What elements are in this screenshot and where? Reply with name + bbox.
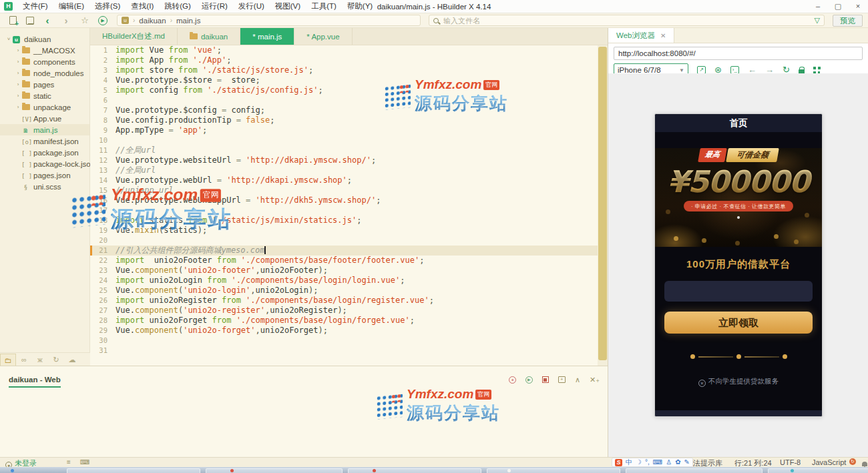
console-logs[interactable]: [0, 389, 608, 394]
minimize-button[interactable]: –: [808, 0, 828, 13]
carousel-indicator[interactable]: [737, 216, 740, 219]
banner-carousel[interactable]: 最高 可借金额 ¥500000 · 申请必过 · 不查征信 · 让借款更简单: [655, 148, 822, 247]
terminal-icon[interactable]: ⌨: [80, 458, 89, 466]
sidebar-item-node_modules[interactable]: ›node_modules: [0, 67, 89, 79]
menu-item[interactable]: 文件(F): [18, 0, 53, 13]
line-number: 2: [90, 55, 110, 65]
new-file-icon[interactable]: [9, 16, 17, 25]
scrollbar-thumb[interactable]: [598, 47, 607, 360]
bell-icon[interactable]: [862, 462, 867, 466]
save-icon[interactable]: [26, 17, 34, 25]
ime-skin-icon[interactable]: ✿: [675, 458, 680, 466]
breadcrumb-project[interactable]: daikuan: [139, 17, 166, 25]
sidebar-item-static[interactable]: ›static: [0, 90, 89, 101]
editor-tab-main.js[interactable]: * main.js: [240, 28, 294, 45]
taskbar-button[interactable]: [206, 468, 343, 473]
search-view-icon[interactable]: ∞: [16, 354, 32, 366]
console-tab[interactable]: daikuan - Web: [9, 376, 61, 388]
cloud-view-icon[interactable]: ☁: [64, 354, 80, 366]
menu-item[interactable]: 视图(V): [270, 0, 305, 13]
menu-item[interactable]: 运行(R): [197, 0, 232, 13]
sidebar-item-pages[interactable]: ›pages: [0, 79, 89, 90]
close-console-icon[interactable]: ✕₊: [590, 376, 600, 384]
encoding-indicator[interactable]: UTF-8: [780, 458, 801, 466]
sidebar-item-package-lock.json[interactable]: [ ]package-lock.json: [0, 158, 89, 169]
close-tab-icon[interactable]: ✕: [660, 32, 666, 39]
menu-item[interactable]: 发行(U): [234, 0, 269, 13]
language-indicator[interactable]: JavaScript: [812, 458, 846, 466]
sidebar-item-manifest.json[interactable]: [o]manifest.json: [0, 135, 89, 147]
file-type-icon: [o]: [21, 139, 32, 145]
sidebar-item-pages.json[interactable]: [ ]pages.json: [0, 169, 89, 181]
browser-tab[interactable]: Web浏览器 ✕: [608, 28, 674, 43]
menu-item[interactable]: 编辑(E): [54, 0, 89, 13]
ime-moon-icon[interactable]: ☽: [636, 458, 642, 466]
url-input[interactable]: [614, 47, 863, 60]
sogou-logo-icon[interactable]: S: [615, 459, 622, 466]
close-button[interactable]: ×: [848, 0, 868, 13]
menu-item[interactable]: 帮助(Y): [343, 0, 377, 13]
ime-chinese-mode[interactable]: 中: [626, 458, 632, 466]
sidebar-item-uni.scss[interactable]: §uni.scss: [0, 181, 89, 192]
start-button[interactable]: [11, 469, 14, 472]
menu-item[interactable]: 选择(S): [90, 0, 125, 13]
code-line-1: 1import Vue from 'vue';: [90, 45, 608, 55]
update-icon[interactable]: ↻: [849, 458, 856, 465]
export-log-icon[interactable]: +: [558, 376, 566, 383]
menu-item[interactable]: 查找(I): [126, 0, 158, 13]
files-view-icon[interactable]: 🗀: [0, 354, 16, 366]
sidebar-item-unpackage[interactable]: ›unpackage: [0, 101, 89, 113]
forward-icon[interactable]: ›: [61, 16, 71, 25]
outline-list-icon[interactable]: ≡: [67, 458, 71, 466]
editor-scrollbar[interactable]: [598, 45, 608, 366]
line-number: 27: [90, 306, 110, 316]
taskbar-button[interactable]: [626, 468, 763, 473]
qrcode-icon[interactable]: [813, 67, 821, 74]
star-icon[interactable]: ☆: [79, 15, 90, 25]
ime-wrench-icon[interactable]: ✎: [684, 458, 690, 466]
refresh-view-icon[interactable]: ↻: [48, 354, 64, 366]
sidebar-item-__macosx[interactable]: ›__MACOSX: [0, 45, 89, 56]
editor-tab-daikuan[interactable]: daikuan: [178, 28, 240, 45]
code-text: Vue.prototype.$store = store;: [110, 75, 260, 85]
back-icon[interactable]: ‹: [42, 16, 53, 25]
debug-icon[interactable]: ⏸: [509, 376, 516, 384]
ime-keyboard-icon[interactable]: ⌨: [653, 458, 662, 466]
sidebar-item-package.json[interactable]: [ ]package.json: [0, 147, 89, 158]
taskbar-button[interactable]: [348, 468, 481, 473]
url-bar: [608, 43, 868, 62]
minimap[interactable]: [564, 47, 596, 140]
breadcrumb-file[interactable]: main.js: [176, 17, 200, 25]
collapse-icon[interactable]: ∧: [575, 376, 580, 384]
code-line-30: 30: [90, 336, 608, 346]
code-area[interactable]: 1import Vue from 'vue';2import App from …: [90, 45, 608, 366]
bug-view-icon[interactable]: ж: [32, 354, 48, 366]
sidebar-footer: 🗀 ∞ ж ↻ ☁: [0, 352, 90, 366]
sidebar-item-app.vue[interactable]: [V]App.vue: [0, 113, 89, 124]
search-input[interactable]: [443, 17, 815, 25]
stop-icon[interactable]: [542, 376, 549, 383]
sidebar-item-daikuan[interactable]: ˅udaikuan: [0, 33, 89, 45]
claim-button[interactable]: 立即领取: [664, 312, 813, 334]
restart-icon[interactable]: ▶: [525, 376, 533, 384]
code-text: import config from './static/js/config.j…: [110, 85, 323, 95]
taskbar-button[interactable]: [768, 468, 868, 473]
menu-item[interactable]: 跳转(G): [160, 0, 196, 13]
filter-icon[interactable]: ▽: [815, 16, 820, 25]
preview-button[interactable]: 预览: [833, 15, 863, 27]
taskbar-button[interactable]: [487, 468, 620, 473]
run-icon[interactable]: ▶: [98, 16, 107, 25]
ime-person-icon[interactable]: ♙: [666, 458, 672, 466]
phone-number-input[interactable]: [664, 281, 813, 302]
editor-tab-HBuilderX自述.md[interactable]: HBuilderX自述.md: [90, 28, 178, 45]
sidebar-item-components[interactable]: ›components: [0, 56, 89, 67]
menu-item[interactable]: 工具(T): [306, 0, 341, 13]
editor-tab-App.vue[interactable]: * App.vue: [294, 28, 352, 45]
ime-punct-icon[interactable]: °,: [645, 458, 650, 466]
taskbar-button[interactable]: [67, 468, 200, 473]
sidebar-item-main.js[interactable]: 🗎main.js: [0, 124, 89, 135]
project-icon: u: [12, 35, 21, 43]
line-number: 26: [90, 296, 110, 306]
tree-item-label: main.js: [33, 126, 57, 134]
maximize-button[interactable]: ▢: [828, 0, 848, 13]
